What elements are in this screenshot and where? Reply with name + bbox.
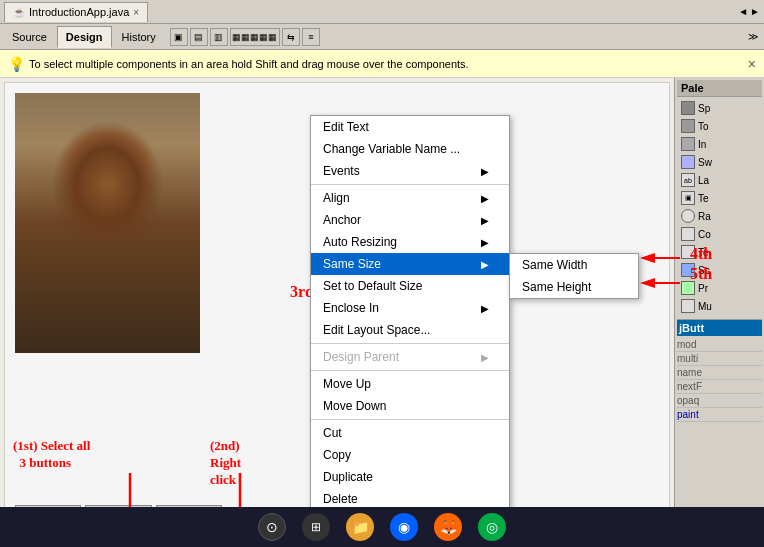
toolbar-btn-3[interactable]: ▥ <box>210 28 228 46</box>
info-text: To select multiple components in an area… <box>29 58 469 70</box>
separator-3 <box>311 370 509 371</box>
separator-1 <box>311 184 509 185</box>
menu-enclose-in[interactable]: Enclose In ▶ <box>311 297 509 319</box>
toolbar-btn-4[interactable]: ▦▦▦▦▦ <box>230 28 280 46</box>
design-tab[interactable]: Design <box>57 26 112 48</box>
palette-panel: Pale Sp To In Sw ab La ▣ <box>674 78 764 547</box>
palette-item-la[interactable]: ab La <box>677 171 762 189</box>
annotation-first: (1st) Select all 3 buttons <box>13 438 90 472</box>
menu-move-up[interactable]: Move Up <box>311 373 509 395</box>
menu-same-size[interactable]: Same Size ▶ Same Width Same Height <box>311 253 509 275</box>
menu-duplicate[interactable]: Duplicate <box>311 466 509 488</box>
palette-icon-te1: ▣ <box>681 191 695 205</box>
designparent-submenu-icon: ▶ <box>481 352 489 363</box>
enclosein-submenu-icon: ▶ <box>481 303 489 314</box>
palette-icon-mu <box>681 299 695 313</box>
scroll-right-icon[interactable]: ► <box>750 6 760 17</box>
props-row-paint: paint <box>677 408 762 422</box>
toolbar-btn-6[interactable]: ≡ <box>302 28 320 46</box>
source-tab[interactable]: Source <box>4 26 55 48</box>
tab-bar: ☕ IntroductionApp.java × ◄ ► <box>0 0 764 24</box>
taskbar: ⊙ ⊞ 📁 ◉ 🦊 ◎ <box>0 507 764 547</box>
same-size-submenu: Same Width Same Height <box>509 253 639 299</box>
palette-icon-to <box>681 119 695 133</box>
palette-item-te2[interactable]: Te <box>677 243 762 261</box>
person-image <box>15 93 200 353</box>
menu-edit-layout[interactable]: Edit Layout Space... <box>311 319 509 341</box>
palette-header: Pale <box>677 80 762 97</box>
props-header: jButt <box>677 320 762 336</box>
palette-item-pr[interactable]: Pr <box>677 279 762 297</box>
palette-icon-sw <box>681 155 695 169</box>
palette-icon-pr <box>681 281 695 295</box>
menu-events[interactable]: Events ▶ <box>311 160 509 182</box>
props-row-opaq: opaq <box>677 394 762 408</box>
taskbar-files-icon[interactable]: 📁 <box>346 513 374 541</box>
autoresize-submenu-icon: ▶ <box>481 237 489 248</box>
taskbar-search-icon[interactable]: ⊙ <box>258 513 286 541</box>
menu-move-down[interactable]: Move Down <box>311 395 509 417</box>
info-close-button[interactable]: × <box>748 56 756 72</box>
info-bar: 💡 To select multiple components in an ar… <box>0 50 764 78</box>
ide-window: ☕ IntroductionApp.java × ◄ ► Source Desi… <box>0 0 764 547</box>
annotation-second: (2nd)Rightclick <box>210 438 241 489</box>
palette-icon-ra <box>681 209 695 223</box>
menu-anchor[interactable]: Anchor ▶ <box>311 209 509 231</box>
palette-icon-in <box>681 137 695 151</box>
anchor-submenu-icon: ▶ <box>481 215 489 226</box>
person-silhouette <box>15 93 200 353</box>
file-tab[interactable]: ☕ IntroductionApp.java × <box>4 2 148 22</box>
menu-cut[interactable]: Cut <box>311 422 509 444</box>
taskbar-firefox-icon[interactable]: 🦊 <box>434 513 462 541</box>
toolbar-btn-1[interactable]: ▣ <box>170 28 188 46</box>
events-submenu-icon: ▶ <box>481 166 489 177</box>
palette-item-mu[interactable]: Mu <box>677 297 762 315</box>
menu-align[interactable]: Align ▶ <box>311 187 509 209</box>
palette-icon-la: ab <box>681 173 695 187</box>
palette-icon-te2 <box>681 245 695 259</box>
palette-icon-sc <box>681 263 695 277</box>
props-row-mod: mod <box>677 338 762 352</box>
palette-item-sw[interactable]: Sw <box>677 153 762 171</box>
history-tab[interactable]: History <box>114 26 164 48</box>
menu-edit-text[interactable]: Edit Text <box>311 116 509 138</box>
props-row-multi: multi <box>677 352 762 366</box>
samesize-submenu-icon: ▶ <box>481 259 489 270</box>
nav-bar: Source Design History ▣ ▤ ▥ ▦▦▦▦▦ ⇆ ≡ ≫ <box>0 24 764 50</box>
scroll-left-icon[interactable]: ◄ <box>738 6 748 17</box>
props-row-name: name <box>677 366 762 380</box>
info-icon: 💡 <box>8 56 25 72</box>
menu-copy[interactable]: Copy <box>311 444 509 466</box>
props-row-nextf: nextF <box>677 380 762 394</box>
separator-4 <box>311 419 509 420</box>
menu-auto-resizing[interactable]: Auto Resizing ▶ <box>311 231 509 253</box>
align-submenu-icon: ▶ <box>481 193 489 204</box>
toolbar-btn-5[interactable]: ⇆ <box>282 28 300 46</box>
palette-item-sp[interactable]: Sp <box>677 99 762 117</box>
palette-item-co[interactable]: Co <box>677 225 762 243</box>
palette-item-in[interactable]: In <box>677 135 762 153</box>
submenu-same-height[interactable]: Same Height <box>510 276 638 298</box>
palette-item-to[interactable]: To <box>677 117 762 135</box>
file-icon: ☕ <box>13 7 25 18</box>
taskbar-browser2-icon[interactable]: ◎ <box>478 513 506 541</box>
file-tab-label: IntroductionApp.java <box>29 6 129 18</box>
toolbar: ▣ ▤ ▥ ▦▦▦▦▦ ⇆ ≡ <box>170 28 320 46</box>
separator-2 <box>311 343 509 344</box>
palette-item-te[interactable]: ▣ Te <box>677 189 762 207</box>
toolbar-btn-2[interactable]: ▤ <box>190 28 208 46</box>
palette-icon-sp <box>681 101 695 115</box>
toolbar-expand[interactable]: ≫ <box>746 29 760 44</box>
palette-item-sc[interactable]: Sc <box>677 261 762 279</box>
menu-set-default-size[interactable]: Set to Default Size <box>311 275 509 297</box>
palette-icon-co <box>681 227 695 241</box>
palette-item-ra[interactable]: Ra <box>677 207 762 225</box>
context-menu: Edit Text Change Variable Name ... Event… <box>310 115 510 547</box>
taskbar-apps-icon[interactable]: ⊞ <box>302 513 330 541</box>
tab-close-button[interactable]: × <box>133 7 139 18</box>
menu-change-variable[interactable]: Change Variable Name ... <box>311 138 509 160</box>
taskbar-browser1-icon[interactable]: ◉ <box>390 513 418 541</box>
menu-design-parent[interactable]: Design Parent ▶ <box>311 346 509 368</box>
submenu-same-width[interactable]: Same Width <box>510 254 638 276</box>
